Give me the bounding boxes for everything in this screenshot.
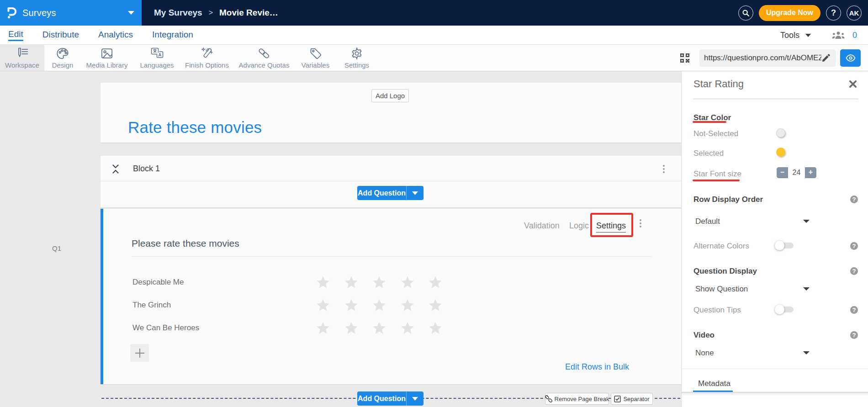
star-icon[interactable] bbox=[344, 299, 358, 312]
star-icon[interactable] bbox=[316, 322, 330, 335]
question-display-select[interactable]: Show Question bbox=[695, 285, 748, 294]
star-font-size-stepper: − 24 + bbox=[777, 167, 816, 178]
question-display-help-icon[interactable]: ? bbox=[850, 267, 858, 275]
selected-label: Selected bbox=[693, 149, 724, 158]
survey-header-card: Add Logo Rate these movies bbox=[101, 83, 681, 143]
remove-page-break-button[interactable]: Remove Page Break bbox=[545, 393, 609, 405]
star-icon[interactable] bbox=[401, 299, 414, 312]
not-selected-color-swatch[interactable] bbox=[776, 128, 785, 137]
metadata-tab[interactable]: Metadata bbox=[698, 379, 730, 388]
star-icon[interactable] bbox=[401, 322, 414, 335]
plus-icon bbox=[135, 348, 145, 358]
preview-survey-button[interactable] bbox=[840, 49, 861, 67]
star-font-size-red-underline bbox=[693, 180, 740, 181]
add-logo-button[interactable]: Add Logo bbox=[371, 89, 409, 102]
breadcrumb-my-surveys[interactable]: My Surveys bbox=[154, 8, 202, 18]
edit-rows-in-bulk-link[interactable]: Edit Rows in Bulk bbox=[565, 362, 629, 372]
add-question-caret-bottom[interactable] bbox=[407, 391, 423, 406]
star-rating-row[interactable] bbox=[316, 294, 442, 317]
survey-title[interactable]: Rate these movies bbox=[128, 118, 262, 137]
block-card: Block 1 Add Question bbox=[101, 156, 681, 207]
question-tab-logic[interactable]: Logic bbox=[569, 221, 589, 231]
breadcrumb: My Surveys > Movie Revie… bbox=[154, 0, 278, 26]
product-switcher[interactable]: Surveys bbox=[0, 0, 142, 26]
question-display-caret-icon[interactable] bbox=[803, 287, 810, 291]
toolbar-item-finish-options[interactable]: Finish Options bbox=[181, 45, 233, 71]
nav-right-actions: Tools 0 bbox=[780, 26, 857, 45]
tab-analytics[interactable]: Analytics bbox=[98, 30, 133, 41]
avatar[interactable]: AK bbox=[847, 5, 862, 21]
rating-row-the-grinch[interactable]: The Grinch bbox=[132, 294, 171, 317]
row-display-order-caret-icon[interactable] bbox=[803, 220, 810, 223]
star-rating-row[interactable] bbox=[316, 271, 442, 294]
star-icon[interactable] bbox=[344, 322, 358, 335]
alternate-colors-help-icon[interactable]: ? bbox=[850, 242, 858, 250]
question-tips-toggle[interactable] bbox=[777, 307, 794, 312]
tab-edit[interactable]: Edit bbox=[8, 29, 23, 41]
collaborators-button[interactable]: 0 bbox=[832, 31, 857, 40]
block-name[interactable]: Block 1 bbox=[133, 164, 160, 174]
eye-icon bbox=[846, 54, 856, 62]
star-icon[interactable] bbox=[401, 276, 414, 289]
upgrade-now-button[interactable]: Upgrade Now bbox=[759, 5, 820, 21]
product-name: Surveys bbox=[22, 8, 56, 18]
star-icon[interactable] bbox=[372, 299, 386, 312]
video-select[interactable]: None bbox=[695, 349, 714, 358]
add-question-button[interactable]: Add Question bbox=[357, 186, 423, 200]
toolbar-item-variables[interactable]: Variables bbox=[295, 45, 336, 71]
question-menu-dots[interactable] bbox=[640, 219, 641, 227]
star-icon[interactable] bbox=[316, 299, 330, 312]
toolbar-item-design[interactable]: Design bbox=[44, 45, 81, 71]
toolbar-item-settings[interactable]: Settings bbox=[336, 45, 378, 71]
edit-url-pencil-icon[interactable] bbox=[821, 53, 831, 63]
selected-color-swatch[interactable] bbox=[776, 148, 785, 157]
row-display-order-heading: Row Display Order bbox=[693, 195, 763, 204]
star-icon[interactable] bbox=[429, 276, 442, 289]
tools-caret-icon[interactable] bbox=[805, 34, 811, 37]
font-size-increase-button[interactable]: + bbox=[805, 167, 816, 178]
row-display-order-select[interactable]: Default bbox=[695, 217, 720, 226]
rating-row-we-can-be-heroes[interactable]: We Can Be Heroes bbox=[132, 317, 199, 339]
survey-nav-tabs: Edit Distribute Analytics Integration bbox=[8, 26, 193, 45]
add-question-button-bottom[interactable]: Add Question bbox=[357, 391, 423, 406]
toolbar-item-languages[interactable]: Languages bbox=[133, 45, 181, 71]
separator-button[interactable]: Separator bbox=[611, 393, 653, 405]
font-size-value[interactable]: 24 bbox=[788, 167, 805, 178]
question-tips-help-icon[interactable]: ? bbox=[850, 306, 858, 314]
star-rating-row[interactable] bbox=[316, 317, 442, 339]
survey-editor-canvas: Add Logo Rate these movies Block 1 Add Q… bbox=[0, 71, 681, 407]
collapse-block-icon[interactable] bbox=[112, 164, 119, 174]
star-icon[interactable] bbox=[372, 276, 386, 289]
caret-down-icon bbox=[412, 397, 418, 401]
video-caret-icon[interactable] bbox=[803, 351, 810, 354]
question-title[interactable]: Please rate these movies bbox=[132, 238, 239, 249]
tab-integration[interactable]: Integration bbox=[152, 30, 193, 41]
block-menu-dots[interactable] bbox=[663, 165, 665, 173]
qr-code-icon[interactable] bbox=[680, 53, 690, 63]
add-question-row: Add Question bbox=[101, 181, 681, 207]
question-tab-validation[interactable]: Validation bbox=[524, 221, 560, 231]
alternate-colors-toggle[interactable] bbox=[777, 243, 794, 248]
toolbar-item-media-library[interactable]: Media Library bbox=[81, 45, 133, 71]
survey-url-field[interactable]: https://questionpro.com/t/AbOMEZ7 bbox=[699, 49, 836, 67]
video-help-icon[interactable]: ? bbox=[850, 331, 858, 339]
star-icon[interactable] bbox=[429, 322, 442, 335]
font-size-decrease-button[interactable]: − bbox=[777, 167, 788, 178]
help-button[interactable]: ? bbox=[826, 5, 841, 21]
toolbar-item-advance-quotas[interactable]: Advance Quotas bbox=[233, 45, 295, 71]
tools-menu[interactable]: Tools bbox=[780, 31, 799, 40]
add-row-button[interactable] bbox=[130, 344, 149, 362]
tab-distribute[interactable]: Distribute bbox=[42, 30, 79, 41]
star-icon[interactable] bbox=[372, 322, 386, 335]
toolbar-item-workspace[interactable]: Workspace bbox=[0, 45, 44, 71]
breadcrumb-separator: > bbox=[209, 9, 213, 17]
star-icon[interactable] bbox=[429, 299, 442, 312]
search-button[interactable] bbox=[738, 5, 753, 21]
star-icon[interactable] bbox=[316, 276, 330, 289]
close-panel-icon[interactable] bbox=[849, 80, 857, 88]
row-display-order-help-icon[interactable]: ? bbox=[850, 196, 858, 203]
add-question-caret[interactable] bbox=[407, 186, 423, 200]
question-card[interactable]: Validation Logic Settings Please rate th… bbox=[101, 209, 681, 384]
rating-row-despicable-me[interactable]: Despicable Me bbox=[132, 271, 184, 294]
star-icon[interactable] bbox=[344, 276, 358, 289]
